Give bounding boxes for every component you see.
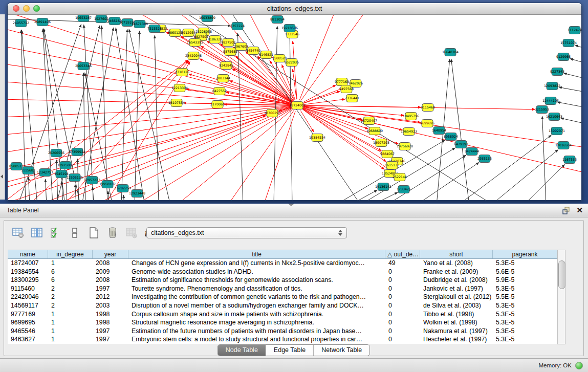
graph-node[interactable]: 23420046 [185, 52, 202, 60]
table-row[interactable]: 1830029562008Estimation of significance … [8, 276, 557, 285]
graph-node[interactable]: 2170061 [210, 101, 225, 108]
graph-node[interactable]: 9146821 [259, 51, 273, 59]
zoom-window-icon[interactable] [33, 5, 40, 12]
graph-node[interactable]: 8186328 [208, 36, 222, 43]
select-columns-icon[interactable] [49, 226, 62, 239]
graph-node[interactable]: 9699695 [420, 120, 434, 127]
graph-node[interactable]: 15992071 [549, 127, 565, 135]
table-row[interactable]: 2242004622012Investigating the contribut… [8, 293, 557, 301]
graph-node[interactable]: 1527602 [94, 15, 108, 23]
graph-node[interactable]: 8427552 [212, 87, 227, 95]
graph-node[interactable]: 12213394 [171, 84, 188, 92]
graph-node[interactable]: 6479197 [454, 141, 468, 148]
table-row[interactable]: 1872400712008Changes of HCN gene express… [8, 259, 557, 268]
table-row[interactable]: 969969511998Structural magnetic resonanc… [8, 318, 557, 327]
graph-node[interactable]: 14671388 [132, 20, 148, 28]
table-vertical-scrollbar[interactable] [557, 250, 565, 344]
graph-node[interactable]: 8912954 [181, 29, 195, 37]
tab-network-table[interactable]: Network Table [313, 345, 369, 356]
graph-node[interactable]: 17016504 [555, 142, 572, 149]
graph-node[interactable]: 10688609 [366, 127, 383, 135]
graph-node[interactable]: 2803144 [216, 75, 230, 82]
graph-node[interactable]: 9777169 [335, 78, 349, 86]
graph-node[interactable]: 19384554 [309, 134, 325, 142]
graph-node[interactable]: 20891406 [34, 18, 51, 26]
graph-node[interactable]: 9884067 [380, 150, 395, 158]
table-row[interactable]: 1456911722003Disruption of a novel membe… [8, 301, 557, 310]
graph-node[interactable]: 8454749 [246, 47, 260, 55]
graph-node[interactable]: 16648784 [442, 49, 459, 56]
column-header[interactable]: title [128, 250, 385, 258]
graph-node[interactable]: 20053346 [75, 62, 92, 70]
graph-node[interactable]: 8958924 [444, 133, 458, 141]
close-window-icon[interactable] [13, 5, 19, 12]
delete-rows-trash-icon[interactable] [106, 226, 119, 239]
graph-node[interactable]: 2336441 [345, 95, 359, 102]
graph-node[interactable]: 19958107 [99, 181, 116, 188]
graph-node[interactable]: 7357224 [230, 23, 245, 30]
minimize-window-icon[interactable] [23, 5, 30, 12]
graph-node[interactable]: 7462026 [349, 80, 363, 87]
graph-node[interactable]: 7515526 [147, 25, 162, 33]
network-canvas[interactable]: 1872400779638229860125891295423226058982… [8, 15, 581, 200]
column-header[interactable]: pagerank [493, 250, 557, 258]
show-column-icon[interactable] [30, 226, 43, 239]
graph-node[interactable]: 9242845 [219, 62, 233, 70]
graph-node[interactable]: 9860125 [168, 29, 182, 37]
splitter-handle-icon[interactable] [288, 204, 294, 206]
graph-node[interactable]: 12505135 [67, 174, 83, 182]
table-panel-titlebar[interactable]: Table Panel ✕ [0, 204, 588, 217]
graph-node[interactable]: 17957223 [84, 177, 100, 184]
graph-node[interactable]: 14136141 [375, 183, 391, 191]
table-row[interactable]: 946362711997Embryonic stem cells: a mode… [8, 335, 557, 344]
graph-node[interactable]: 3215953 [535, 106, 549, 114]
column-header[interactable]: △ out_de… [385, 250, 420, 258]
graph-node[interactable]: 9474444 [465, 148, 479, 156]
close-panel-icon[interactable]: ✕ [576, 206, 583, 215]
delete-table-icon-disabled[interactable] [125, 226, 138, 239]
graph-node[interactable]: 20206556 [48, 149, 64, 157]
graph-node[interactable]: 12923448 [129, 190, 145, 198]
graph-node[interactable]: 17359924 [69, 148, 85, 156]
table-mode-icon[interactable] [11, 226, 25, 239]
tab-node-table[interactable]: Node Table [218, 345, 266, 356]
graph-node[interactable]: 8813054 [270, 16, 285, 24]
graph-node[interactable]: 12444195 [542, 97, 559, 105]
graph-node[interactable]: 9227343 [550, 68, 564, 76]
graph-node[interactable]: 19756928 [397, 143, 413, 150]
float-panel-icon[interactable] [562, 207, 570, 214]
table-row[interactable]: 977716911998Corpus callosum shape and si… [8, 310, 557, 319]
graph-node[interactable]: 10975887 [57, 162, 74, 169]
graph-node[interactable]: 12342757 [37, 169, 53, 177]
graph-node[interactable]: 12093822 [544, 82, 560, 90]
table-row[interactable]: 1938455462009Genome-wide association stu… [8, 268, 557, 276]
graph-node[interactable]: 1733426 [397, 186, 411, 193]
graph-node[interactable]: 9129966 [556, 53, 571, 61]
graph-node[interactable]: 8500511 [9, 163, 24, 170]
graph-node[interactable]: 1615132 [385, 162, 399, 169]
graph-node[interactable]: 16543392 [187, 39, 203, 47]
table-selector-dropdown[interactable]: citations_edges.txt [146, 227, 347, 238]
scrollbar-thumb[interactable] [558, 260, 565, 289]
graph-node[interactable]: 2522144 [393, 173, 407, 181]
graph-node[interactable]: 9115460 [421, 104, 435, 112]
graph-node[interactable]: 2935135 [477, 155, 492, 163]
table-row[interactable]: 911546021997Tourette syndrome. Phenomeno… [8, 285, 557, 293]
table-row[interactable]: 946554611997Estimation of the future num… [8, 327, 557, 336]
graph-node[interactable]: 19654923 [401, 128, 417, 136]
new-table-icon[interactable] [87, 226, 100, 239]
graph-node[interactable]: 1640954 [432, 127, 446, 135]
graph-node[interactable]: 6522035 [285, 59, 299, 67]
column-header[interactable]: short [420, 250, 493, 258]
graph-node[interactable]: 18724007 [289, 102, 306, 110]
graph-node[interactable]: 18107554 [168, 99, 185, 107]
graph-node[interactable]: 1167533 [562, 156, 577, 164]
graph-node[interactable]: 15720407 [361, 117, 377, 125]
graph-node[interactable]: 16033809 [199, 15, 215, 22]
column-header[interactable]: in_degree [48, 250, 93, 258]
graph-node[interactable]: 15751074 [560, 39, 577, 47]
graph-node[interactable]: 10653287 [75, 15, 92, 22]
graph-node[interactable]: 18495796 [403, 113, 419, 120]
graph-node[interactable]: 9827508 [221, 39, 235, 47]
window-titlebar[interactable]: citations_edges.txt [8, 3, 581, 15]
